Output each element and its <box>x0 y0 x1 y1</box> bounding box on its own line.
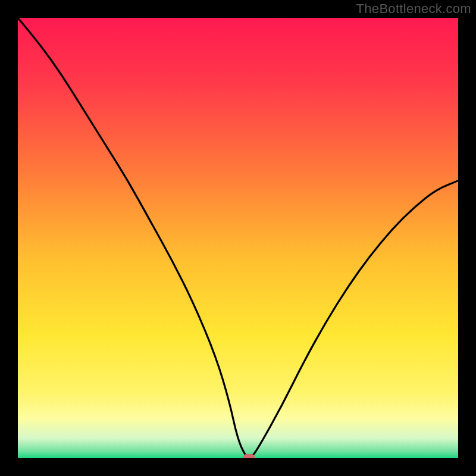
bottleneck-curve-chart <box>18 18 458 458</box>
chart-frame: TheBottleneck.com <box>0 0 476 476</box>
optimal-point-marker <box>243 454 255 458</box>
watermark-text: TheBottleneck.com <box>356 1 471 17</box>
gradient-background <box>18 18 458 458</box>
plot-area <box>18 18 458 458</box>
